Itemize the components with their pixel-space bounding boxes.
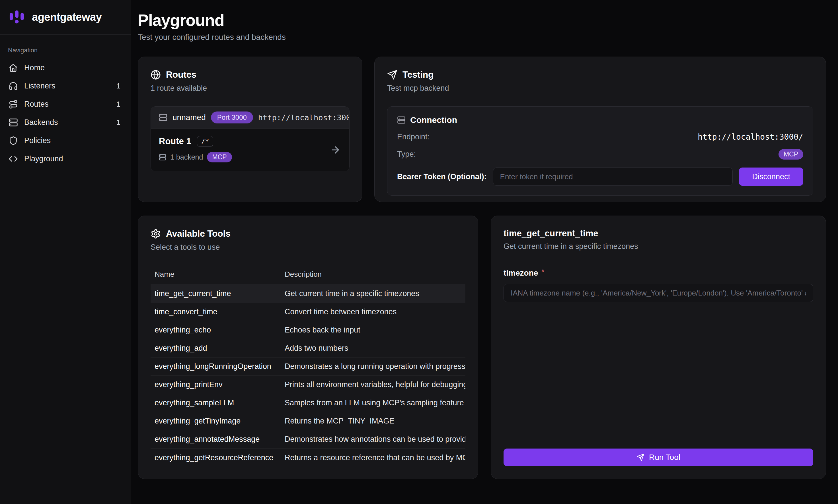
table-row[interactable]: time_get_current_time Get current time i…	[151, 285, 466, 303]
sidebar-item-playground[interactable]: Playground	[4, 150, 127, 168]
tool-description-cell: Demonstrates a long running operation wi…	[281, 358, 466, 376]
tool-description-cell: Demonstrates how annotations can be used…	[281, 430, 466, 449]
testing-card: Testing Test mcp backend Connection Endp…	[374, 57, 826, 202]
table-row[interactable]: everything_sampleLLM Samples from an LLM…	[151, 394, 466, 412]
tool-description-cell: Returns the MCP_TINY_IMAGE	[281, 412, 466, 430]
tool-description-cell: Returns a resource reference that can be…	[281, 449, 466, 466]
brand-name: agentgateway	[32, 11, 102, 23]
connection-title: Connection	[410, 115, 457, 125]
column-header-description: Description	[281, 266, 466, 285]
tool-name-cell: everything_add	[151, 339, 281, 358]
brand: agentgateway	[0, 0, 130, 35]
home-icon	[8, 63, 18, 73]
connection-panel: Connection Endpoint: http://localhost:30…	[387, 106, 813, 196]
sidebar-item-label: Backends	[24, 118, 110, 127]
route-type-badge: MCP	[207, 152, 232, 162]
sidebar-item-listeners[interactable]: Listeners 1	[4, 77, 127, 95]
tool-name-cell: everything_sampleLLM	[151, 394, 281, 412]
listener-url: http://localhost:3000/	[258, 113, 350, 122]
tool-runner-subtitle: Get current time in a specific timezones	[504, 242, 813, 251]
listener-group: unnamed Port 3000 http://localhost:3000/…	[151, 106, 350, 171]
tool-name-cell: everything_longRunningOperation	[151, 358, 281, 376]
server-icon	[8, 118, 18, 127]
server-icon	[159, 154, 166, 161]
routes-card-subtitle: 1 route available	[151, 84, 350, 93]
tool-name-cell: everything_getResourceReference	[151, 449, 281, 466]
listener-name: unnamed	[173, 113, 206, 122]
server-icon	[159, 113, 168, 122]
sidebar-item-policies[interactable]: Policies	[4, 131, 127, 150]
sidebar-item-label: Playground	[24, 155, 122, 163]
table-row[interactable]: everything_getTinyImage Returns the MCP_…	[151, 412, 466, 430]
disconnect-button[interactable]: Disconnect	[739, 167, 803, 186]
run-tool-label: Run Tool	[649, 453, 680, 462]
send-icon	[387, 70, 397, 80]
sidebar-item-badge: 1	[117, 118, 122, 127]
tool-description-cell: Samples from an LLM using MCP's sampling…	[281, 394, 466, 412]
column-header-name: Name	[151, 266, 281, 285]
routes-card-title: Routes	[166, 69, 196, 80]
connection-type-badge: MCP	[779, 149, 803, 160]
tool-runner-panel: time_get_current_time Get current time i…	[491, 216, 826, 479]
type-label: Type:	[397, 150, 416, 159]
code-icon	[8, 154, 18, 164]
sidebar-item-backends[interactable]: Backends 1	[4, 113, 127, 131]
sidebar-nav: Home Listeners 1 Routes 1 Backends 1	[0, 57, 130, 175]
table-row[interactable]: everything_annotatedMessage Demonstrates…	[151, 430, 466, 449]
route-backend-count: 1 backend	[170, 153, 203, 161]
tool-description-cell: Get current time in a specific timezones	[281, 285, 466, 303]
endpoint-value: http://localhost:3000/	[698, 132, 803, 142]
tool-description-cell: Convert time between timezones	[281, 303, 466, 321]
page-title: Playground	[138, 11, 826, 30]
listener-row[interactable]: unnamed Port 3000 http://localhost:3000/	[151, 107, 349, 129]
tool-name-cell: time_convert_time	[151, 303, 281, 321]
endpoint-label: Endpoint:	[397, 132, 430, 141]
globe-icon	[151, 70, 161, 80]
tools-table: Name Description time_get_current_time G…	[151, 266, 466, 466]
table-row[interactable]: everything_getResourceReference Returns …	[151, 449, 466, 466]
table-row[interactable]: everything_longRunningOperation Demonstr…	[151, 358, 466, 376]
sidebar-item-badge: 1	[117, 100, 122, 109]
send-icon	[636, 453, 644, 461]
agentgateway-logo-icon	[8, 8, 25, 26]
tool-name-cell: everything_echo	[151, 321, 281, 339]
sidebar-item-home[interactable]: Home	[4, 59, 127, 77]
shield-icon	[8, 136, 18, 145]
tools-card-title: Available Tools	[166, 228, 230, 239]
required-asterisk: *	[541, 267, 544, 276]
sidebar-item-label: Policies	[24, 136, 122, 145]
available-tools-card: Available Tools Select a tools to use Na…	[138, 216, 478, 479]
timezone-field-label: timezone	[504, 269, 538, 277]
tools-card-subtitle: Select a tools to use	[151, 243, 466, 252]
sidebar-item-label: Home	[24, 64, 122, 72]
tool-name-cell: time_get_current_time	[151, 285, 281, 303]
tool-description-cell: Adds two numbers	[281, 339, 466, 358]
spacer	[504, 302, 813, 449]
tool-name-cell: everything_annotatedMessage	[151, 430, 281, 449]
server-icon	[397, 116, 406, 124]
table-row[interactable]: everything_add Adds two numbers	[151, 339, 466, 358]
bearer-token-input[interactable]	[493, 167, 733, 186]
arrow-right-icon[interactable]	[330, 144, 341, 155]
testing-card-title: Testing	[402, 69, 434, 80]
sidebar-item-badge: 1	[117, 82, 122, 90]
table-row[interactable]: everything_printEnv Prints all environme…	[151, 376, 466, 394]
table-row[interactable]: time_convert_time Convert time between t…	[151, 303, 466, 321]
timezone-input[interactable]	[504, 284, 813, 302]
sidebar-item-label: Listeners	[24, 82, 110, 90]
tool-name-cell: everything_getTinyImage	[151, 412, 281, 430]
route-icon	[8, 100, 18, 109]
tool-description-cell: Echoes back the input	[281, 321, 466, 339]
sidebar-item-label: Routes	[24, 100, 110, 109]
sidebar-item-routes[interactable]: Routes 1	[4, 95, 127, 113]
page-subtitle: Test your configured routes and backends	[138, 33, 826, 42]
gear-icon	[151, 229, 161, 239]
route-path-badge: /*	[197, 136, 213, 147]
run-tool-button[interactable]: Run Tool	[504, 449, 813, 466]
testing-card-subtitle: Test mcp backend	[387, 84, 813, 93]
main-content: Playground Test your configured routes a…	[131, 0, 838, 504]
route-row[interactable]: Route 1 /* 1 backend MCP	[151, 129, 349, 171]
tool-name-cell: everything_printEnv	[151, 376, 281, 394]
table-row[interactable]: everything_echo Echoes back the input	[151, 321, 466, 339]
tool-description-cell: Prints all environment variables, helpfu…	[281, 376, 466, 394]
